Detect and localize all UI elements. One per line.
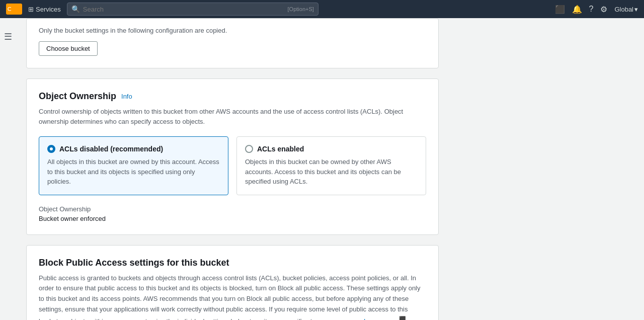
services-menu[interactable]: ⊞ Services [28,6,61,13]
search-bar[interactable]: 🔍 [Option+S] [67,3,318,16]
object-ownership-title: Object Ownership [39,91,116,102]
ownership-value: Bucket owner enforced [39,215,426,222]
external-link-icon: ⬛ [399,316,406,320]
sidebar-toggle[interactable]: ☰ [0,27,16,46]
acl-disabled-card[interactable]: ACLs disabled (recommended) All objects … [39,136,228,195]
search-icon: 🔍 [71,5,80,13]
object-ownership-desc: Control ownership of objects written to … [39,107,426,126]
acl-disabled-label: ACLs disabled (recommended) [59,145,163,153]
copy-note: Only the bucket settings in the followin… [39,27,426,34]
block-access-desc: Public access is granted to buckets and … [39,273,426,321]
nav-right: ⬛ 🔔 ? ⚙ Global ▾ [555,5,638,14]
search-shortcut: [Option+S] [288,6,314,12]
grid-icon: ⊞ [28,6,34,13]
object-ownership-section: Object Ownership Info Control ownership … [26,78,439,235]
main-content: Only the bucket settings in the followin… [16,18,449,320]
choose-bucket-section: Only the bucket settings in the followin… [26,18,439,68]
block-access-header: Block Public Access settings for this bu… [39,258,426,268]
object-ownership-header: Object Ownership Info [39,91,426,102]
terminal-icon[interactable]: ⬛ [555,5,565,14]
aws-logo [6,4,22,15]
block-access-title: Block Public Access settings for this bu… [39,258,229,268]
top-navigation: ⊞ Services 🔍 [Option+S] ⬛ 🔔 ? ⚙ Global ▾ [0,0,644,18]
acl-options: ACLs disabled (recommended) All objects … [39,136,426,195]
global-menu[interactable]: Global ▾ [614,6,638,13]
acl-enabled-desc: Objects in this bucket can be owned by o… [245,157,418,187]
acl-enabled-label: ACLs enabled [257,145,304,153]
ownership-info: Object Ownership Bucket owner enforced [39,205,426,222]
settings-icon[interactable]: ⚙ [600,5,607,14]
object-ownership-info-link[interactable]: Info [121,93,132,100]
acl-enabled-radio[interactable] [245,145,253,153]
help-icon[interactable]: ? [589,5,594,14]
learn-more-link[interactable]: Learn more ⬛ [364,317,406,320]
acl-disabled-radio[interactable] [47,145,55,153]
block-public-access-section: Block Public Access settings for this bu… [26,245,439,321]
acl-enabled-card[interactable]: ACLs enabled Objects in this bucket can … [236,136,426,195]
bell-icon[interactable]: 🔔 [572,5,582,14]
choose-bucket-button[interactable]: Choose bucket [39,41,98,56]
hamburger-icon: ☰ [4,32,12,42]
chevron-icon: ▾ [634,6,638,13]
acl-disabled-desc: All objects in this bucket are owned by … [47,157,220,187]
ownership-label: Object Ownership [39,205,426,213]
search-input[interactable] [83,6,285,13]
